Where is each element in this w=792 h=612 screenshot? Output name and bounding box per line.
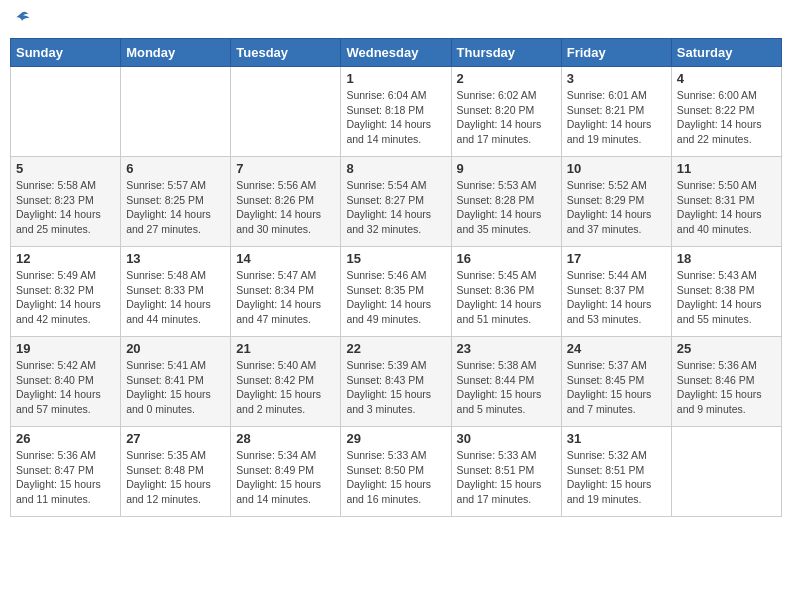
day-info: Sunrise: 5:45 AMSunset: 8:36 PMDaylight:… (457, 268, 556, 327)
calendar-cell: 6Sunrise: 5:57 AMSunset: 8:25 PMDaylight… (121, 157, 231, 247)
day-info: Sunrise: 5:34 AMSunset: 8:49 PMDaylight:… (236, 448, 335, 507)
day-number: 18 (677, 251, 776, 266)
calendar-cell: 20Sunrise: 5:41 AMSunset: 8:41 PMDayligh… (121, 337, 231, 427)
calendar-cell: 12Sunrise: 5:49 AMSunset: 8:32 PMDayligh… (11, 247, 121, 337)
calendar-cell: 26Sunrise: 5:36 AMSunset: 8:47 PMDayligh… (11, 427, 121, 517)
calendar-week-1: 1Sunrise: 6:04 AMSunset: 8:18 PMDaylight… (11, 67, 782, 157)
calendar-cell (11, 67, 121, 157)
logo-bird-icon (12, 10, 32, 30)
day-info: Sunrise: 5:46 AMSunset: 8:35 PMDaylight:… (346, 268, 445, 327)
calendar-cell: 1Sunrise: 6:04 AMSunset: 8:18 PMDaylight… (341, 67, 451, 157)
day-info: Sunrise: 5:48 AMSunset: 8:33 PMDaylight:… (126, 268, 225, 327)
day-number: 16 (457, 251, 556, 266)
day-info: Sunrise: 5:47 AMSunset: 8:34 PMDaylight:… (236, 268, 335, 327)
calendar-cell: 18Sunrise: 5:43 AMSunset: 8:38 PMDayligh… (671, 247, 781, 337)
calendar-cell: 27Sunrise: 5:35 AMSunset: 8:48 PMDayligh… (121, 427, 231, 517)
calendar-cell: 31Sunrise: 5:32 AMSunset: 8:51 PMDayligh… (561, 427, 671, 517)
day-info: Sunrise: 6:00 AMSunset: 8:22 PMDaylight:… (677, 88, 776, 147)
calendar-cell: 17Sunrise: 5:44 AMSunset: 8:37 PMDayligh… (561, 247, 671, 337)
weekday-header-sunday: Sunday (11, 39, 121, 67)
calendar-cell (231, 67, 341, 157)
day-number: 9 (457, 161, 556, 176)
weekday-header-thursday: Thursday (451, 39, 561, 67)
day-info: Sunrise: 5:43 AMSunset: 8:38 PMDaylight:… (677, 268, 776, 327)
day-number: 11 (677, 161, 776, 176)
day-number: 6 (126, 161, 225, 176)
calendar-cell: 24Sunrise: 5:37 AMSunset: 8:45 PMDayligh… (561, 337, 671, 427)
day-info: Sunrise: 5:41 AMSunset: 8:41 PMDaylight:… (126, 358, 225, 417)
calendar-cell: 8Sunrise: 5:54 AMSunset: 8:27 PMDaylight… (341, 157, 451, 247)
day-info: Sunrise: 5:39 AMSunset: 8:43 PMDaylight:… (346, 358, 445, 417)
calendar-table: SundayMondayTuesdayWednesdayThursdayFrid… (10, 38, 782, 517)
day-number: 17 (567, 251, 666, 266)
day-info: Sunrise: 5:50 AMSunset: 8:31 PMDaylight:… (677, 178, 776, 237)
day-number: 2 (457, 71, 556, 86)
day-number: 14 (236, 251, 335, 266)
weekday-header-row: SundayMondayTuesdayWednesdayThursdayFrid… (11, 39, 782, 67)
day-info: Sunrise: 5:36 AMSunset: 8:46 PMDaylight:… (677, 358, 776, 417)
day-number: 8 (346, 161, 445, 176)
logo (10, 10, 32, 30)
day-info: Sunrise: 5:38 AMSunset: 8:44 PMDaylight:… (457, 358, 556, 417)
calendar-cell: 14Sunrise: 5:47 AMSunset: 8:34 PMDayligh… (231, 247, 341, 337)
day-info: Sunrise: 5:40 AMSunset: 8:42 PMDaylight:… (236, 358, 335, 417)
day-number: 15 (346, 251, 445, 266)
calendar-cell: 7Sunrise: 5:56 AMSunset: 8:26 PMDaylight… (231, 157, 341, 247)
day-number: 5 (16, 161, 115, 176)
weekday-header-saturday: Saturday (671, 39, 781, 67)
day-number: 21 (236, 341, 335, 356)
calendar-cell (121, 67, 231, 157)
day-number: 19 (16, 341, 115, 356)
day-info: Sunrise: 5:37 AMSunset: 8:45 PMDaylight:… (567, 358, 666, 417)
day-number: 20 (126, 341, 225, 356)
day-number: 10 (567, 161, 666, 176)
day-info: Sunrise: 6:04 AMSunset: 8:18 PMDaylight:… (346, 88, 445, 147)
calendar-cell: 10Sunrise: 5:52 AMSunset: 8:29 PMDayligh… (561, 157, 671, 247)
calendar-cell: 4Sunrise: 6:00 AMSunset: 8:22 PMDaylight… (671, 67, 781, 157)
calendar-cell: 13Sunrise: 5:48 AMSunset: 8:33 PMDayligh… (121, 247, 231, 337)
calendar-cell: 25Sunrise: 5:36 AMSunset: 8:46 PMDayligh… (671, 337, 781, 427)
day-info: Sunrise: 5:36 AMSunset: 8:47 PMDaylight:… (16, 448, 115, 507)
calendar-week-2: 5Sunrise: 5:58 AMSunset: 8:23 PMDaylight… (11, 157, 782, 247)
weekday-header-wednesday: Wednesday (341, 39, 451, 67)
day-info: Sunrise: 5:54 AMSunset: 8:27 PMDaylight:… (346, 178, 445, 237)
day-info: Sunrise: 5:33 AMSunset: 8:51 PMDaylight:… (457, 448, 556, 507)
day-info: Sunrise: 5:33 AMSunset: 8:50 PMDaylight:… (346, 448, 445, 507)
day-number: 13 (126, 251, 225, 266)
calendar-cell: 15Sunrise: 5:46 AMSunset: 8:35 PMDayligh… (341, 247, 451, 337)
calendar-cell: 9Sunrise: 5:53 AMSunset: 8:28 PMDaylight… (451, 157, 561, 247)
calendar-week-4: 19Sunrise: 5:42 AMSunset: 8:40 PMDayligh… (11, 337, 782, 427)
day-number: 1 (346, 71, 445, 86)
day-info: Sunrise: 6:02 AMSunset: 8:20 PMDaylight:… (457, 88, 556, 147)
day-number: 22 (346, 341, 445, 356)
calendar-cell: 16Sunrise: 5:45 AMSunset: 8:36 PMDayligh… (451, 247, 561, 337)
day-number: 26 (16, 431, 115, 446)
day-info: Sunrise: 5:57 AMSunset: 8:25 PMDaylight:… (126, 178, 225, 237)
calendar-week-3: 12Sunrise: 5:49 AMSunset: 8:32 PMDayligh… (11, 247, 782, 337)
page-header (10, 10, 782, 30)
calendar-cell: 23Sunrise: 5:38 AMSunset: 8:44 PMDayligh… (451, 337, 561, 427)
day-number: 4 (677, 71, 776, 86)
calendar-cell: 28Sunrise: 5:34 AMSunset: 8:49 PMDayligh… (231, 427, 341, 517)
day-number: 3 (567, 71, 666, 86)
day-info: Sunrise: 5:56 AMSunset: 8:26 PMDaylight:… (236, 178, 335, 237)
calendar-cell: 22Sunrise: 5:39 AMSunset: 8:43 PMDayligh… (341, 337, 451, 427)
day-number: 28 (236, 431, 335, 446)
calendar-cell: 5Sunrise: 5:58 AMSunset: 8:23 PMDaylight… (11, 157, 121, 247)
calendar-cell: 3Sunrise: 6:01 AMSunset: 8:21 PMDaylight… (561, 67, 671, 157)
day-number: 27 (126, 431, 225, 446)
calendar-cell: 21Sunrise: 5:40 AMSunset: 8:42 PMDayligh… (231, 337, 341, 427)
day-number: 24 (567, 341, 666, 356)
day-info: Sunrise: 5:42 AMSunset: 8:40 PMDaylight:… (16, 358, 115, 417)
day-info: Sunrise: 5:44 AMSunset: 8:37 PMDaylight:… (567, 268, 666, 327)
day-info: Sunrise: 5:58 AMSunset: 8:23 PMDaylight:… (16, 178, 115, 237)
day-number: 25 (677, 341, 776, 356)
calendar-cell: 11Sunrise: 5:50 AMSunset: 8:31 PMDayligh… (671, 157, 781, 247)
calendar-week-5: 26Sunrise: 5:36 AMSunset: 8:47 PMDayligh… (11, 427, 782, 517)
calendar-cell: 30Sunrise: 5:33 AMSunset: 8:51 PMDayligh… (451, 427, 561, 517)
day-info: Sunrise: 6:01 AMSunset: 8:21 PMDaylight:… (567, 88, 666, 147)
calendar-cell: 2Sunrise: 6:02 AMSunset: 8:20 PMDaylight… (451, 67, 561, 157)
weekday-header-monday: Monday (121, 39, 231, 67)
day-number: 31 (567, 431, 666, 446)
calendar-cell: 29Sunrise: 5:33 AMSunset: 8:50 PMDayligh… (341, 427, 451, 517)
